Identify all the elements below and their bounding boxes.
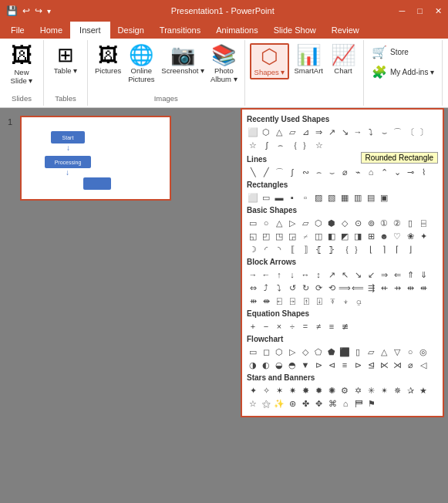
tab-animations[interactable]: Animations	[208, 22, 265, 39]
shape-item[interactable]: ☽	[247, 243, 259, 255]
shape-item[interactable]: ⌀	[339, 166, 351, 178]
shape-item[interactable]: ♡	[391, 230, 403, 242]
shape-item[interactable]: ⊛	[286, 397, 298, 410]
shape-item[interactable]: ◳	[273, 230, 285, 242]
shape-item[interactable]: ⇸	[391, 282, 403, 294]
slide-thumbnail[interactable]: Start ↓ Processing ↓	[20, 116, 171, 201]
shape-item[interactable]: ≡	[325, 320, 338, 333]
shapes-button[interactable]: ⬡ Shapes ▾	[250, 43, 290, 79]
shape-item[interactable]: ⋉	[378, 359, 390, 371]
shape-item[interactable]: ←	[260, 268, 272, 281]
shape-item[interactable]: ◰	[260, 230, 272, 242]
shape-item[interactable]: ↻	[299, 282, 312, 294]
shape-item[interactable]: ◲	[286, 230, 298, 242]
shape-item[interactable]: ①	[378, 217, 390, 229]
shape-item[interactable]: ◻	[260, 346, 272, 358]
shape-item[interactable]: ✷	[286, 384, 298, 397]
shape-item[interactable]: ↘	[352, 268, 364, 281]
shape-item[interactable]: ⍇	[273, 295, 285, 307]
shape-item[interactable]: ✧	[260, 384, 272, 397]
shape-item[interactable]: ◜	[260, 243, 272, 255]
shape-item[interactable]: ⌉	[378, 243, 390, 255]
new-slide-button[interactable]: 🖼 NewSlide ▾	[6, 43, 37, 86]
shape-item[interactable]: ✹	[312, 384, 325, 397]
shape-item[interactable]: ⟸	[352, 282, 364, 294]
shape-item[interactable]: ◑	[247, 359, 259, 371]
shape-item[interactable]: ⦃	[312, 243, 325, 255]
customize-qat-button[interactable]: ▾	[45, 6, 52, 16]
shape-item[interactable]: ÷	[286, 320, 298, 333]
shape-item[interactable]: ▭	[247, 346, 259, 358]
shape-item[interactable]: ✸	[299, 384, 312, 397]
photo-album-button[interactable]: 📚 PhotoAlbum ▾	[208, 43, 240, 85]
shape-item[interactable]: ⚑	[365, 397, 378, 410]
shape-item[interactable]: ⇔	[247, 282, 259, 294]
shape-item[interactable]: ⌈	[391, 243, 403, 255]
shape-item[interactable]: ✥	[312, 397, 325, 410]
close-button[interactable]: ✕	[429, 5, 448, 18]
shape-item[interactable]: ⍶	[352, 295, 365, 307]
shape-item[interactable]: ⊲	[325, 359, 338, 371]
table-button[interactable]: ⊞ Table ▾	[50, 43, 81, 76]
shape-item[interactable]: ↗	[325, 126, 338, 138]
shape-item[interactable]: ⌣	[325, 166, 338, 178]
shape-item[interactable]: ⊚	[365, 217, 377, 229]
shape-item[interactable]: ⊳	[352, 359, 364, 371]
shape-item[interactable]: =	[299, 320, 312, 333]
shape-item[interactable]: ⊸	[404, 166, 416, 178]
shape-item[interactable]: ⋊	[391, 359, 403, 371]
shape-item[interactable]: ✳	[365, 384, 377, 397]
shape-item[interactable]: ⬡	[260, 126, 272, 138]
shape-item[interactable]: ↔	[299, 268, 312, 281]
shape-item[interactable]: ◎	[417, 346, 429, 358]
shape-item[interactable]: ▭	[260, 191, 272, 204]
shape-item[interactable]: ⬛	[339, 346, 351, 358]
shape-item[interactable]: ▽	[391, 346, 403, 358]
shape-item[interactable]: ⇒	[378, 268, 390, 281]
shape-item[interactable]: ⬟	[325, 346, 338, 358]
shape-item[interactable]: ⟦	[286, 243, 298, 255]
shape-item[interactable]: ⤵	[365, 126, 377, 138]
shape-item[interactable]: ✺	[325, 384, 338, 397]
shape-item[interactable]: ◩	[339, 230, 351, 242]
shape-item[interactable]: ⬡	[312, 217, 325, 229]
shape-item[interactable]: ☆	[247, 139, 259, 151]
shape-item[interactable]: ⬡	[273, 346, 285, 358]
shape-item[interactable]: ▬	[273, 191, 285, 204]
undo-button[interactable]: ↩	[21, 5, 32, 17]
shape-item[interactable]: ◐	[260, 359, 272, 371]
shape-item[interactable]: ✶	[273, 384, 285, 397]
shape-item[interactable]: ⍕	[326, 295, 339, 307]
tab-transitions[interactable]: Transitions	[152, 22, 208, 39]
shape-item[interactable]: ≢	[339, 320, 351, 333]
shape-item[interactable]: ▭	[247, 217, 259, 229]
shape-item[interactable]: ▧	[325, 191, 338, 204]
shape-item[interactable]: ⇺	[417, 282, 429, 294]
shape-item[interactable]: ⇶	[365, 282, 377, 294]
tab-review[interactable]: Review	[324, 22, 367, 39]
shape-item[interactable]: ⊴	[365, 359, 377, 371]
screenshot-button[interactable]: 📷 Screenshot ▾	[159, 43, 207, 76]
shape-item[interactable]: ↗	[325, 268, 338, 281]
shape-item[interactable]: →	[247, 268, 259, 281]
shape-item[interactable]: ⛿	[352, 397, 365, 410]
shape-item[interactable]: ⇑	[404, 268, 416, 281]
shape-item[interactable]: ✡	[352, 384, 364, 397]
shape-item[interactable]: ★	[417, 384, 429, 397]
shape-item[interactable]: ☆	[313, 139, 325, 151]
shape-item[interactable]: ⇒	[312, 126, 325, 138]
chart-button[interactable]: 📈 Chart	[328, 43, 359, 76]
shape-item[interactable]: ⦄	[325, 243, 338, 255]
shape-item[interactable]: ✦	[247, 384, 259, 397]
minimize-button[interactable]: ─	[393, 5, 412, 18]
shape-item[interactable]: ⌂	[365, 166, 377, 178]
shape-item[interactable]: ｝	[300, 139, 312, 151]
tab-design[interactable]: Design	[110, 22, 152, 39]
shape-item[interactable]: ◨	[352, 230, 364, 242]
shape-item[interactable]: ∫	[286, 166, 298, 178]
shape-item[interactable]: ⬠	[312, 346, 325, 358]
shape-item[interactable]: ○	[404, 346, 416, 358]
shape-item[interactable]: ⟳	[312, 282, 325, 294]
shape-item[interactable]: ⌢	[274, 139, 286, 151]
shape-item[interactable]: 〔	[404, 126, 416, 138]
